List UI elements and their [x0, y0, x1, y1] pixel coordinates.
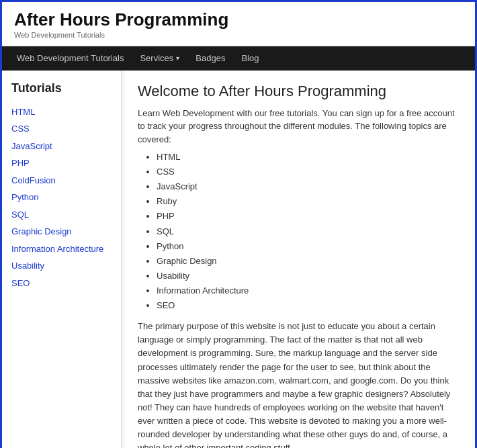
list-item: JavaScript	[157, 179, 462, 194]
sidebar-item-graphic-design[interactable]: Graphic Design	[11, 223, 112, 240]
main-nav: Web Development Tutorials Services ▾ Bad…	[2, 46, 475, 71]
nav-badges[interactable]: Badges	[187, 48, 233, 69]
list-item: Graphic Design	[157, 254, 462, 269]
sidebar-item-sql[interactable]: SQL	[11, 206, 112, 224]
sidebar-item-seo[interactable]: SEO	[11, 275, 112, 292]
nav-web-dev-tutorials[interactable]: Web Development Tutorials	[9, 48, 132, 69]
list-item: Information Architecture	[157, 283, 462, 298]
list-item: Ruby	[157, 194, 462, 209]
sidebar-item-javascript[interactable]: JavaScript	[11, 138, 112, 155]
nav-services[interactable]: Services ▾	[132, 48, 187, 69]
sidebar-title: Tutorials	[11, 81, 112, 95]
topic-list: HTML CSS JavaScript Ruby PHP SQL Python …	[157, 150, 462, 313]
main-page-title: Welcome to After Hours Programming	[138, 83, 462, 100]
list-item: SQL	[157, 224, 462, 239]
intro-text: Learn Web Development with our free tuto…	[138, 107, 462, 146]
chevron-down-icon: ▾	[176, 54, 179, 62]
sidebar-item-php[interactable]: PHP	[11, 154, 112, 172]
sidebar: Tutorials HTML CSS JavaScript PHP ColdFu…	[2, 71, 122, 448]
sidebar-item-usability[interactable]: Usability	[11, 257, 112, 275]
sidebar-links: HTML CSS JavaScript PHP ColdFusion Pytho…	[11, 103, 112, 292]
list-item: Usability	[157, 269, 462, 283]
main-content: Welcome to After Hours Programming Learn…	[124, 71, 475, 448]
site-subtitle: Web Development Tutorials	[14, 31, 463, 39]
sidebar-item-css[interactable]: CSS	[11, 120, 112, 138]
sidebar-item-html[interactable]: HTML	[11, 103, 112, 121]
sidebar-item-coldfusion[interactable]: ColdFusion	[11, 172, 112, 189]
list-item: SEO	[157, 298, 462, 313]
content-wrapper: Tutorials HTML CSS JavaScript PHP ColdFu…	[2, 71, 475, 448]
body-text: The primary purpose of this website is n…	[138, 320, 462, 448]
list-item: PHP	[157, 209, 462, 224]
list-item: Python	[157, 239, 462, 254]
sidebar-item-python[interactable]: Python	[11, 189, 112, 206]
site-header: After Hours Programming Web Development …	[2, 2, 475, 46]
list-item: CSS	[157, 165, 462, 179]
site-title: After Hours Programming	[14, 10, 463, 30]
nav-blog[interactable]: Blog	[233, 48, 267, 69]
sidebar-item-information-architecture[interactable]: Information Architecture	[11, 240, 112, 258]
list-item: HTML	[157, 150, 462, 165]
